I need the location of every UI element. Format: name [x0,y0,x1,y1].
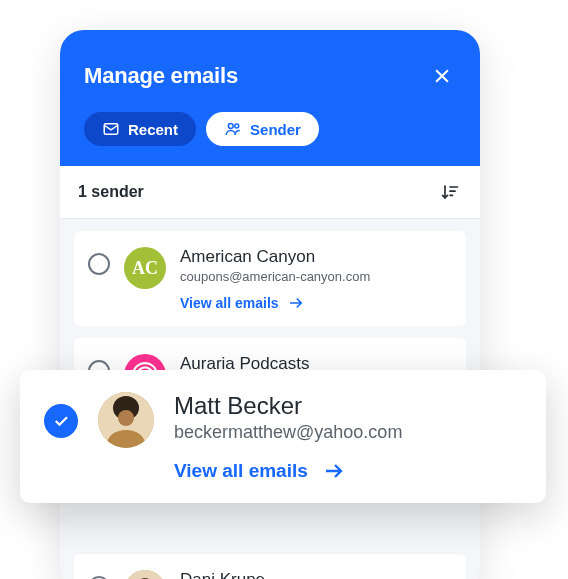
sender-count: 1 sender [78,183,144,201]
view-all-label: View all emails [180,295,279,311]
avatar [124,570,166,579]
selected-checkbox[interactable] [44,404,78,438]
person-icon [98,392,154,448]
people-icon [224,120,242,138]
arrow-right-icon [287,294,305,312]
tab-sender-label: Sender [250,121,301,138]
svg-point-11 [118,410,134,426]
sender-email: beckermatthew@yahoo.com [174,422,402,443]
avatar: AC [124,247,166,289]
close-button[interactable] [428,62,456,90]
sort-button[interactable] [438,180,462,204]
sender-row[interactable]: AC American Canyon coupons@american-cany… [74,231,466,326]
tabs: Recent Sender [84,112,456,146]
mail-icon [102,120,120,138]
svg-point-2 [235,124,239,128]
view-all-emails-link[interactable]: View all emails [180,294,370,312]
select-radio[interactable] [88,253,110,275]
arrow-right-icon [322,459,346,483]
sender-row[interactable]: Dani Krupe danikrupe@yahoo.com [74,554,466,579]
sender-name: Matt Becker [174,392,402,420]
subheader: 1 sender [60,166,480,219]
view-all-label: View all emails [174,460,308,482]
panel-header: Manage emails Recent Sender [60,30,480,166]
person-icon [124,570,166,579]
svg-point-6 [124,570,166,579]
sender-email: coupons@american-canyon.com [180,269,370,284]
sort-icon [440,182,460,202]
check-icon [52,412,70,430]
avatar-initials: AC [132,258,158,279]
view-all-emails-link[interactable]: View all emails [174,459,402,483]
svg-point-1 [228,124,233,129]
tab-recent[interactable]: Recent [84,112,196,146]
avatar [98,392,154,448]
tab-sender[interactable]: Sender [206,112,319,146]
tab-recent-label: Recent [128,121,178,138]
page-title: Manage emails [84,63,238,89]
selected-sender-card[interactable]: Matt Becker beckermatthew@yahoo.com View… [20,370,546,503]
close-icon [432,66,452,86]
sender-name: American Canyon [180,247,370,267]
sender-name: Dani Krupe [180,570,314,579]
